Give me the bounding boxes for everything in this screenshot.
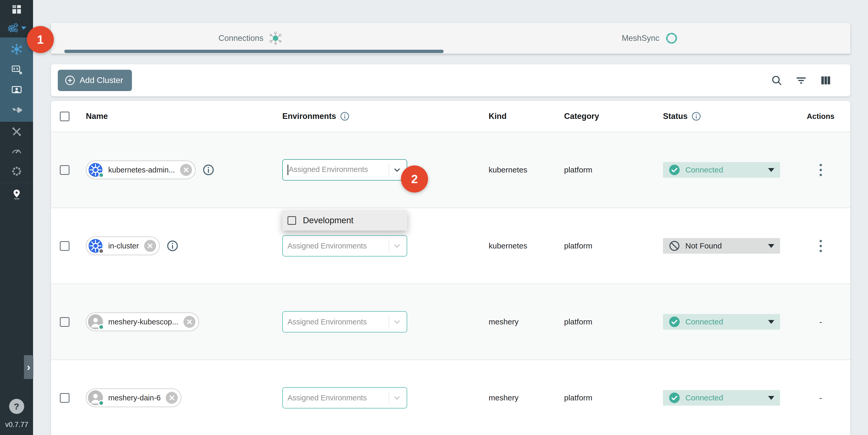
not-found-icon (669, 240, 680, 252)
status-badge[interactable]: Connected (663, 162, 780, 178)
row-actions-menu-icon[interactable] (817, 237, 825, 255)
connection-name: meshery-dain-6 (108, 394, 160, 402)
toolbox-icon[interactable] (0, 122, 33, 142)
connection-chip[interactable]: meshery-kubescop... ✕ (86, 312, 199, 331)
row-checkbox[interactable] (60, 393, 69, 403)
avatar-icon (88, 390, 103, 405)
environments-select[interactable]: Assigned Environments (282, 387, 407, 408)
category-cell: platform (564, 165, 663, 174)
connection-name: kubernetes-admin... (108, 166, 175, 174)
kubernetes-icon (88, 162, 103, 178)
environment-option-checkbox[interactable] (287, 216, 296, 225)
remove-connection-icon[interactable]: ✕ (166, 392, 178, 404)
status-dot (98, 172, 104, 178)
table-toolbar: Add Cluster (51, 64, 850, 96)
remote-session-icon[interactable] (0, 80, 33, 100)
help-button[interactable]: ? (9, 399, 24, 414)
column-header-kind[interactable]: Kind (489, 112, 564, 121)
annotation-step-1-badge: 1 (27, 26, 54, 53)
annotation-step-2-badge: 2 (401, 165, 428, 192)
row-checkbox[interactable] (60, 317, 69, 327)
connection-info-icon[interactable] (203, 164, 214, 176)
connection-name: meshery-kubescop... (108, 318, 178, 326)
remove-connection-icon[interactable]: ✕ (180, 164, 192, 176)
connection-chip[interactable]: kubernetes-admin... ✕ (86, 160, 196, 179)
lifecycle-submenu (0, 37, 33, 122)
filter-icon[interactable] (795, 74, 807, 86)
view-columns-icon[interactable] (819, 74, 832, 86)
table-row: meshery-kubescop... ✕ Assigned Environme… (51, 284, 850, 360)
lifecycle-expand-caret-icon[interactable] (21, 27, 26, 30)
connected-check-icon (669, 164, 680, 176)
tab-connections-label: Connections (219, 34, 263, 43)
status-badge[interactable]: Connected (663, 314, 780, 330)
status-caret-icon (768, 244, 774, 248)
add-cluster-button[interactable]: Add Cluster (58, 70, 132, 91)
connections-mesh-icon (268, 31, 283, 46)
environments-placeholder: Assigned Environments (287, 318, 389, 326)
app-version: v0.7.77 (0, 421, 33, 435)
column-header-name[interactable]: Name (78, 112, 282, 121)
tab-meshsync[interactable]: MeshSync (451, 23, 850, 54)
status-info-icon[interactable] (691, 111, 701, 121)
tab-connections[interactable]: Connections (51, 23, 451, 54)
select-all-checkbox[interactable] (60, 112, 69, 121)
column-header-category[interactable]: Category (564, 112, 663, 121)
sidebar-divider (0, 183, 33, 183)
environments-placeholder: Assigned Environments (287, 242, 389, 250)
environment-option-label[interactable]: Development (303, 215, 353, 225)
status-badge[interactable]: Not Found (663, 238, 780, 254)
row-checkbox[interactable] (60, 241, 69, 251)
table-row: in-cluster ✕ Assigned Environments kuber… (51, 208, 850, 284)
get-started-icon[interactable] (0, 184, 33, 204)
kind-cell: kubernetes (489, 165, 564, 174)
main-content: Connections MeshSync Add Cluster (33, 0, 868, 435)
connection-name: in-cluster (108, 242, 139, 250)
tab-meshsync-label: MeshSync (622, 34, 659, 43)
avatar-icon (88, 314, 103, 330)
meshsync-spinner-icon (664, 31, 679, 46)
environments-placeholder: Assigned Environments (287, 165, 389, 175)
environments-select[interactable]: Assigned Environments (282, 159, 407, 181)
kind-cell: meshery (489, 393, 564, 402)
tab-bar: Connections MeshSync (51, 23, 850, 54)
extensions-icon[interactable] (0, 161, 33, 181)
column-header-environments[interactable]: Environments (282, 111, 489, 121)
environments-info-icon[interactable] (340, 111, 350, 121)
search-icon[interactable] (771, 74, 783, 86)
chevron-down-icon[interactable] (393, 317, 401, 326)
remove-connection-icon[interactable]: ✕ (183, 316, 195, 328)
environments-dropdown-menu: Development (282, 210, 407, 230)
no-actions-dash: - (819, 393, 822, 403)
status-dot (98, 400, 104, 406)
connection-chip[interactable]: in-cluster ✕ (86, 237, 160, 255)
dashboard-icon[interactable] (0, 0, 33, 19)
row-checkbox[interactable] (60, 165, 69, 175)
environments-select[interactable]: Assigned Environments (282, 311, 407, 333)
no-actions-dash: - (819, 317, 822, 327)
chevron-down-icon[interactable] (393, 393, 401, 402)
environments-select[interactable]: Assigned Environments (282, 235, 407, 256)
column-header-actions: Actions (791, 112, 850, 121)
table-row: kubernetes-admin... ✕ Assigned Environme… (51, 132, 850, 208)
table-row: meshery-dain-6 ✕ Assigned Environments m… (51, 360, 850, 435)
chevron-down-icon[interactable] (393, 165, 401, 174)
row-actions-menu-icon[interactable] (817, 161, 825, 179)
performance-icon[interactable] (0, 142, 33, 161)
environments-placeholder: Assigned Environments (287, 394, 389, 402)
connection-chip[interactable]: meshery-dain-6 ✕ (86, 389, 181, 407)
chevron-down-icon[interactable] (393, 242, 401, 250)
connection-info-icon[interactable] (166, 240, 179, 252)
playground-icon[interactable] (0, 59, 33, 80)
remove-connection-icon[interactable]: ✕ (144, 240, 156, 252)
status-caret-icon (768, 168, 774, 172)
add-cluster-label: Add Cluster (80, 75, 123, 85)
connected-check-icon (669, 392, 680, 404)
service-mesh-icon[interactable] (0, 100, 33, 120)
status-dot (98, 324, 104, 330)
status-badge[interactable]: Connected (663, 390, 780, 406)
column-header-status[interactable]: Status (663, 111, 791, 121)
kind-cell: meshery (489, 317, 564, 326)
status-caret-icon (768, 396, 774, 400)
sidebar-expand-button[interactable]: › (24, 355, 33, 379)
